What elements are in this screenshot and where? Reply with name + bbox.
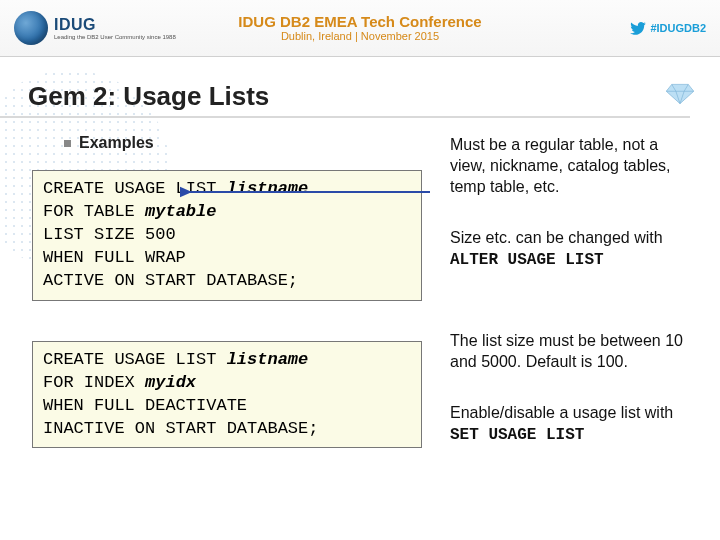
examples-label: Examples	[79, 134, 154, 151]
left-column: Examples CREATE USAGE LIST listname FOR …	[50, 132, 422, 476]
code-text: FOR TABLE	[43, 202, 145, 221]
hashtag-group: #IDUGDB2	[630, 22, 706, 35]
twitter-bird-icon	[630, 22, 646, 35]
conference-subtitle: Dublin, Ireland | November 2015	[238, 30, 481, 43]
note-text: Enable/disable a usage list with	[450, 404, 673, 421]
note-alter-usage: Size etc. can be changed with ALTER USAG…	[450, 227, 698, 271]
conference-title-block: IDUG DB2 EMEA Tech Conference Dublin, Ir…	[238, 13, 481, 43]
hashtag-text: #IDUGDB2	[650, 22, 706, 34]
code-mytable: mytable	[145, 202, 216, 221]
svg-marker-0	[666, 84, 694, 103]
slide-header: IDUG Leading the DB2 User Community sinc…	[0, 0, 720, 57]
code-text: ACTIVE ON START DATABASE;	[43, 271, 298, 290]
code-myidx: myidx	[145, 373, 196, 392]
code-listname: listname	[227, 179, 309, 198]
conference-title: IDUG DB2 EMEA Tech Conference	[238, 13, 481, 30]
org-logo: IDUG Leading the DB2 User Community sinc…	[14, 11, 176, 45]
code-text: CREATE USAGE LIST	[43, 350, 227, 369]
globe-icon	[14, 11, 48, 45]
note-code: ALTER USAGE LIST	[450, 251, 604, 269]
diamond-icon	[666, 83, 694, 105]
code-text: WHEN FULL WRAP	[43, 248, 186, 267]
code-block-2: CREATE USAGE LIST listname FOR INDEX myi…	[32, 341, 422, 449]
right-column: Must be a regular table, not a view, nic…	[450, 132, 698, 476]
code-text: CREATE USAGE LIST	[43, 179, 227, 198]
note-text: Size etc. can be changed with	[450, 229, 663, 246]
code-text: LIST SIZE 500	[43, 225, 176, 244]
note-regular-table: Must be a regular table, not a view, nic…	[450, 134, 698, 197]
org-tagline: Leading the DB2 User Community since 198…	[54, 34, 176, 40]
code-text: WHEN FULL DEACTIVATE	[43, 396, 247, 415]
bullet-square-icon	[64, 140, 71, 147]
code-text: INACTIVE ON START DATABASE;	[43, 419, 318, 438]
code-listname: listname	[227, 350, 309, 369]
slide-title: Gem 2: Usage Lists	[0, 57, 690, 118]
org-name: IDUG	[54, 17, 176, 33]
note-set-usage: Enable/disable a usage list with SET USA…	[450, 402, 698, 446]
examples-bullet: Examples	[64, 134, 422, 152]
note-code: SET USAGE LIST	[450, 426, 584, 444]
slide-title-text: Gem 2: Usage Lists	[28, 81, 269, 111]
code-text: FOR INDEX	[43, 373, 145, 392]
note-list-size: The list size must be between 10 and 500…	[450, 330, 698, 372]
code-block-1: CREATE USAGE LIST listname FOR TABLE myt…	[32, 170, 422, 301]
